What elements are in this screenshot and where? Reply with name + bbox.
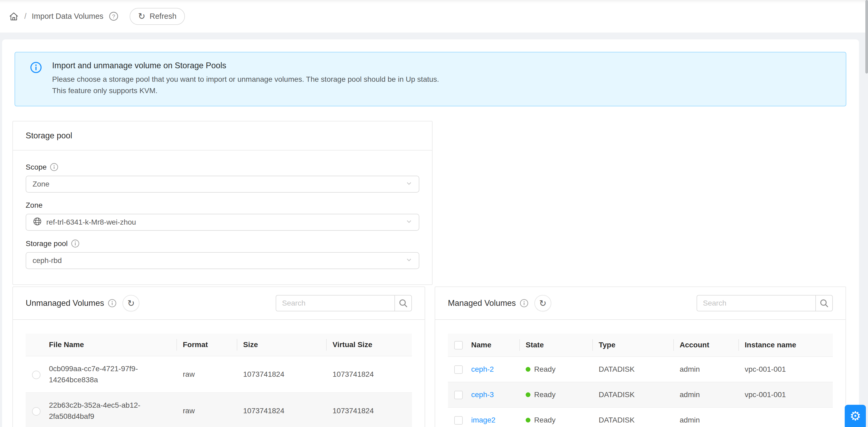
column-header-virtual-size: Virtual Size: [326, 334, 412, 356]
zone-select[interactable]: ref-trl-6341-k-Mr8-wei-zhou: [26, 214, 419, 231]
refresh-button-label: Refresh: [150, 12, 177, 21]
status-dot: [526, 367, 530, 372]
zone-label-row: Zone: [26, 201, 419, 210]
column-header-file-name: File Name: [42, 334, 177, 356]
column-header-account: Account: [673, 334, 738, 357]
cell-account: admin: [673, 382, 738, 407]
table-row: ceph-2 Ready DATADISK admin vpc-001-001: [448, 357, 833, 382]
storage-pool-card: Storage pool Scope Zone: [12, 121, 433, 285]
unmanaged-volumes-header: Unmanaged Volumes ↻: [13, 287, 425, 320]
cell-instance-name: vpc-001-001: [738, 357, 833, 382]
radio-button[interactable]: [32, 407, 40, 416]
volume-name-link[interactable]: ceph-3: [471, 391, 494, 399]
content-area: Import and unmanage volume on Storage Po…: [0, 33, 868, 427]
table-row: ceph-3 Ready DATADISK admin vpc-001-001: [448, 382, 833, 407]
radio-column-header: [26, 334, 42, 356]
reload-icon: ↻: [539, 299, 547, 308]
refresh-button[interactable]: ↻ Refresh: [130, 8, 185, 25]
home-icon[interactable]: [8, 11, 19, 22]
select-all-checkbox[interactable]: [454, 341, 463, 349]
cell-account: admin: [673, 357, 738, 382]
row-checkbox[interactable]: [454, 391, 463, 399]
managed-volumes-table: Name State Type Account Instance name: [448, 334, 833, 427]
info-alert: Import and unmanage volume on Storage Po…: [14, 52, 846, 106]
unmanaged-search: [276, 295, 412, 311]
cell-type: DATADISK: [592, 382, 673, 407]
managed-volumes-header: Managed Volumes ↻: [435, 287, 845, 320]
info-circle-icon[interactable]: [108, 299, 117, 308]
import-data-volumes-page: / Import Data Volumes ? ↻ Refresh: [0, 0, 868, 427]
cell-file-name: 22b63c2b-352a-4ec5-ab12-2fa508d4baf9: [42, 393, 177, 427]
scope-label: Scope: [26, 163, 46, 172]
radio-button[interactable]: [32, 371, 40, 379]
cell-state: Ready: [534, 364, 556, 375]
column-header-format: Format: [177, 334, 237, 356]
scope-label-row: Scope: [26, 163, 419, 172]
column-header-instance-name: Instance name: [738, 334, 833, 357]
svg-text:?: ?: [112, 13, 115, 19]
cell-account: admin: [673, 407, 738, 427]
row-checkbox[interactable]: [454, 416, 463, 425]
storage-pool-form: Scope Zone: [13, 151, 432, 284]
zone-select-value: ref-trl-6341-k-Mr8-wei-zhou: [46, 218, 136, 226]
row-checkbox[interactable]: [454, 365, 463, 374]
scrollbar-track[interactable]: [865, 0, 868, 427]
chevron-down-icon: [404, 179, 413, 190]
volume-name-link[interactable]: ceph-2: [471, 365, 494, 373]
managed-volumes-card: Managed Volumes ↻: [435, 286, 846, 427]
content-panel: Import and unmanage volume on Storage Po…: [2, 39, 859, 427]
search-input[interactable]: [276, 295, 395, 311]
search-input[interactable]: [696, 295, 815, 311]
info-circle-icon[interactable]: [71, 239, 80, 248]
volumes-tables: Unmanaged Volumes ↻: [12, 286, 846, 427]
table-row: image2 Ready DATADISK admin: [448, 407, 833, 427]
column-header-name: Name: [465, 334, 519, 357]
cell-format: raw: [177, 356, 237, 393]
status-dot: [526, 392, 530, 397]
cell-size: 1073741824: [237, 393, 326, 427]
scope-select[interactable]: Zone: [26, 176, 419, 192]
unmanaged-volumes-card: Unmanaged Volumes ↻: [12, 286, 425, 427]
table-row: 0cb099aa-cc7e-4721-97f9-14264bce838a raw…: [26, 356, 412, 393]
settings-fab-button[interactable]: ⚙: [845, 405, 866, 427]
scrollbar-thumb[interactable]: [865, 0, 868, 73]
alert-title: Import and unmanage volume on Storage Po…: [52, 61, 439, 70]
volume-name-link[interactable]: image2: [471, 416, 496, 424]
cell-size: 1073741824: [237, 356, 326, 393]
info-circle-icon: [30, 61, 42, 96]
search-button[interactable]: [395, 295, 412, 311]
cell-state: Ready: [534, 389, 556, 400]
unmanaged-volumes-table: File Name Format Size Virtual Size 0cb09…: [26, 334, 412, 427]
alert-line-2: This feature only supports KVM.: [52, 85, 439, 96]
breadcrumb-current: Import Data Volumes: [32, 12, 103, 21]
cell-instance-name: [738, 407, 833, 427]
unmanaged-volumes-title: Unmanaged Volumes: [26, 298, 104, 308]
info-circle-icon[interactable]: [520, 299, 529, 308]
alert-text: Import and unmanage volume on Storage Po…: [52, 61, 439, 96]
alert-line-1: Please choose a storage pool that you wa…: [52, 73, 439, 85]
column-header-size: Size: [237, 334, 326, 356]
cell-virtual-size: 1073741824: [326, 393, 412, 427]
chevron-down-icon: [404, 255, 413, 266]
managed-volumes-title: Managed Volumes: [448, 298, 516, 308]
breadcrumb-bar: / Import Data Volumes ? ↻ Refresh: [0, 0, 868, 33]
cell-type: DATADISK: [592, 357, 673, 382]
scope-select-value: Zone: [33, 180, 50, 188]
zone-label: Zone: [26, 201, 42, 210]
status-dot: [526, 418, 530, 423]
table-header-row: Name State Type Account Instance name: [448, 334, 833, 357]
pool-label: Storage pool: [26, 239, 68, 248]
question-circle-icon[interactable]: ?: [109, 11, 119, 21]
unmanaged-refresh-button[interactable]: ↻: [123, 295, 140, 311]
search-button[interactable]: [815, 295, 833, 311]
info-circle-icon[interactable]: [50, 163, 59, 172]
reload-icon: ↻: [127, 299, 135, 308]
alert-description: Please choose a storage pool that you wa…: [52, 73, 439, 96]
table-row: 22b63c2b-352a-4ec5-ab12-2fa508d4baf9 raw…: [26, 393, 412, 427]
pool-select[interactable]: ceph-rbd: [26, 252, 419, 269]
globe-icon: [33, 217, 42, 228]
managed-refresh-button[interactable]: ↻: [534, 295, 551, 311]
table-header-row: File Name Format Size Virtual Size: [26, 334, 412, 356]
breadcrumb: / Import Data Volumes ?: [8, 11, 119, 22]
reload-icon: ↻: [138, 12, 146, 21]
